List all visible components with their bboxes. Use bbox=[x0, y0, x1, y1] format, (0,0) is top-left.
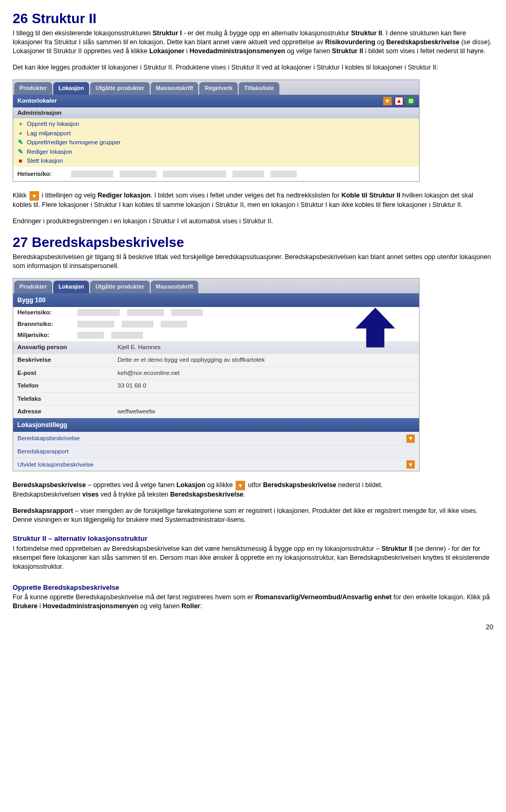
tab-produkter[interactable]: Produkter bbox=[14, 82, 52, 95]
info-table: Ansvarlig personKjell E. Hamnes Beskrive… bbox=[13, 341, 419, 418]
info-label: Telefaks bbox=[17, 395, 112, 403]
risk-bar bbox=[77, 309, 120, 316]
tab-masseutskrift[interactable]: Masseutskrift bbox=[151, 82, 199, 95]
risk-bar bbox=[122, 321, 153, 328]
risk-bar bbox=[120, 171, 157, 177]
para-26-intro: I tillegg til den eksisterende lokasjons… bbox=[13, 29, 493, 56]
subheading-opprette: Opprette Beredskapsbeskrivelse bbox=[13, 583, 493, 592]
para-27f: For å kunne opprette Beredskapsbeskrivel… bbox=[13, 593, 493, 611]
admin-item-rediger[interactable]: ✎Rediger lokasjon bbox=[13, 147, 419, 157]
delete-icon: ■ bbox=[17, 157, 24, 165]
para-26b: Det kan ikke legges produkter til lokasj… bbox=[13, 63, 493, 72]
para-27e: I forbindelse med opprettelsen av Bereds… bbox=[13, 544, 493, 571]
link-beredskapsrapport[interactable]: Beredskapsrapport bbox=[13, 445, 419, 458]
link-beredskapsbeskrivelse[interactable]: Beredskapsbeskrivelse ▾ bbox=[13, 432, 419, 445]
dropdown-icon[interactable]: ▾ bbox=[406, 460, 415, 469]
tab-regelverk[interactable]: Regelverk bbox=[199, 82, 238, 95]
admin-item-opprett[interactable]: +Opprett ny lokasjon bbox=[13, 120, 419, 129]
info-value: weffwefweefw bbox=[118, 408, 155, 416]
dropdown-icon[interactable]: ▾ bbox=[406, 434, 415, 443]
tab-utgatte[interactable]: Utgåtte produkter bbox=[90, 82, 149, 95]
para-26c: Klikk ▾ i tittellinjen og velg Rediger l… bbox=[13, 191, 493, 210]
info-value: Dette er et demo bygg ved oppbygging av … bbox=[118, 356, 265, 364]
svg-marker-0 bbox=[355, 308, 395, 348]
info-label: Adresse bbox=[17, 408, 112, 416]
admin-body: +Opprett ny lokasjon +Lag miljørapport ✎… bbox=[13, 118, 419, 167]
location-title: Kontorlokaler bbox=[17, 97, 57, 105]
admin-item-homogene[interactable]: ✎Opprett/rediger homogene grupper bbox=[13, 138, 419, 147]
risk-bar bbox=[161, 321, 187, 328]
excel-icon[interactable]: ⊞ bbox=[406, 97, 415, 105]
info-label: Ansvarlig person bbox=[17, 343, 112, 352]
para-27a: Beredskapsbeskrivelsen gir tilgang til å… bbox=[13, 253, 493, 271]
risk-bar bbox=[127, 309, 164, 316]
tab-masseutskrift[interactable]: Masseutskrift bbox=[151, 281, 199, 293]
info-value: 33 01 68 0 bbox=[118, 382, 146, 390]
para-26d: Endringer i produktregistreringen i en l… bbox=[13, 217, 493, 226]
up-arrow-icon bbox=[353, 305, 398, 350]
heading-27: 27 Beredskapsbeskrivelse bbox=[13, 233, 493, 252]
dropdown-icon[interactable]: ▾ bbox=[30, 191, 39, 201]
subheading-struktur2: Struktur II – alternativ lokasjonsstrukt… bbox=[13, 534, 493, 543]
info-label: Beskrivelse bbox=[17, 356, 112, 364]
risk-bar bbox=[163, 171, 226, 177]
dropdown-icon[interactable]: ▾ bbox=[236, 481, 245, 490]
info-value: keh@nor.ecoonline.net bbox=[118, 369, 180, 378]
tab-produkter[interactable]: Produkter bbox=[14, 281, 52, 293]
tab-lokasjon[interactable]: Lokasjon bbox=[53, 281, 89, 293]
risk-bar bbox=[111, 332, 143, 339]
risk-label: Brannrisiko: bbox=[17, 320, 70, 329]
risk-label: Helserisiko: bbox=[17, 170, 65, 179]
risk-row: Helserisiko: bbox=[13, 167, 419, 182]
link-utvidet[interactable]: Utvidet lokasjonsbeskrivelse ▾ bbox=[13, 458, 419, 471]
admin-header: Administrasjon bbox=[13, 107, 419, 119]
screenshot-panel-1: Produkter Lokasjon Utgåtte produkter Mas… bbox=[13, 80, 420, 182]
edit-icon: ✎ bbox=[17, 148, 24, 156]
risk-label: Miljørisiko: bbox=[17, 331, 70, 340]
risk-bar bbox=[77, 321, 114, 328]
tab-utgatte[interactable]: Utgåtte produkter bbox=[90, 281, 149, 293]
plus-icon: + bbox=[17, 130, 24, 138]
info-value: Kjell E. Hamnes bbox=[118, 343, 161, 352]
section-header: Lokasjonstillegg bbox=[13, 418, 419, 432]
location-title-bar: Kontorlokaler ▾ ▲ ⊞ bbox=[13, 95, 419, 107]
risk-grid: Helserisiko: Brannrisiko: Miljørisiko: bbox=[13, 307, 419, 341]
para-27b: Beredskapsbeskrivelse – opprettes ved å … bbox=[13, 481, 493, 499]
tab-tiltaksliste[interactable]: Tiltaksliste bbox=[239, 82, 279, 95]
admin-item-slett[interactable]: ■Slett lokasjon bbox=[13, 156, 419, 166]
dropdown-icon[interactable]: ▾ bbox=[383, 97, 392, 105]
screenshot-panel-2: Produkter Lokasjon Utgåtte produkter Mas… bbox=[13, 278, 420, 472]
risk-bar bbox=[171, 309, 203, 316]
page-number: 20 bbox=[13, 622, 493, 632]
risk-bar bbox=[77, 332, 104, 339]
plus-icon: + bbox=[17, 120, 24, 128]
info-label: E-post bbox=[17, 369, 112, 378]
risk-bar bbox=[270, 171, 297, 177]
risk-label: Helserisiko: bbox=[17, 309, 70, 317]
para-27d: Beredskapsrapport – viser mengden av de … bbox=[13, 507, 493, 524]
edit-icon: ✎ bbox=[17, 138, 24, 147]
tabs-row: Produkter Lokasjon Utgåtte produkter Mas… bbox=[13, 80, 419, 95]
pdf-icon[interactable]: ▲ bbox=[395, 97, 403, 105]
heading-26: 26 Struktur II bbox=[13, 9, 493, 28]
admin-item-miljorapport[interactable]: +Lag miljørapport bbox=[13, 129, 419, 138]
risk-bar bbox=[232, 171, 264, 177]
risk-bar bbox=[71, 171, 113, 177]
tabs-row: Produkter Lokasjon Utgåtte produkter Mas… bbox=[13, 279, 419, 293]
tab-lokasjon[interactable]: Lokasjon bbox=[53, 82, 89, 95]
info-label: Telefon bbox=[17, 382, 112, 390]
